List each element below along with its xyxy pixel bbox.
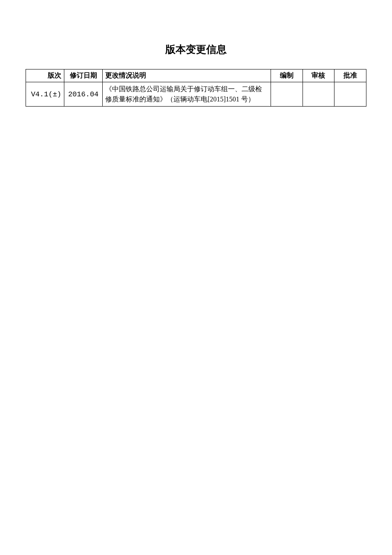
cell-compile <box>271 82 303 107</box>
cell-version: V4.1(±) <box>26 82 64 107</box>
cell-change-description: 《中国铁路总公司运输局关于修订动车组一、二级检修质量标准的通知》（运辆动车电[2… <box>103 82 271 107</box>
table-row: V4.1(±) 2016.04 《中国铁路总公司运输局关于修订动车组一、二级检修… <box>26 82 366 107</box>
header-change-description: 更改情况说明 <box>103 69 271 82</box>
cell-approve <box>334 82 366 107</box>
cell-review <box>303 82 334 107</box>
header-version: 版次 <box>26 69 64 82</box>
header-approve: 批准 <box>334 69 366 82</box>
page-title: 版本变更信息 <box>26 43 366 56</box>
cell-revision-date: 2016.04 <box>64 82 103 107</box>
version-change-table: 版次 修订日期 更改情况说明 编制 审核 批准 V4.1(±) 2016.04 … <box>26 69 366 107</box>
header-compile: 编制 <box>271 69 303 82</box>
header-review: 审核 <box>303 69 334 82</box>
table-header-row: 版次 修订日期 更改情况说明 编制 审核 批准 <box>26 69 366 82</box>
header-revision-date: 修订日期 <box>64 69 103 82</box>
